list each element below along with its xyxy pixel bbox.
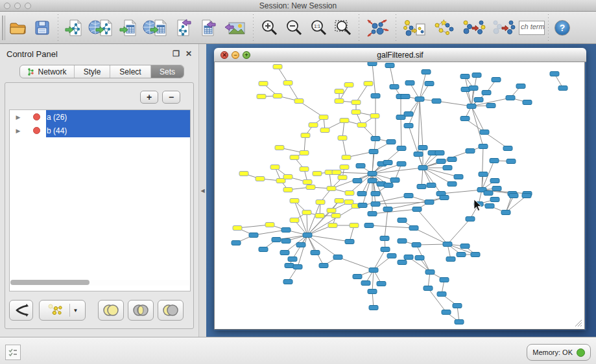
zoom-window-button[interactable] (25, 3, 31, 9)
graph-node[interactable] (454, 175, 463, 179)
graph-node[interactable] (353, 275, 362, 279)
graph-node[interactable] (440, 196, 449, 200)
graph-node-set-a[interactable] (364, 82, 373, 86)
graph-node[interactable] (368, 212, 377, 216)
graph-node[interactable] (436, 159, 446, 164)
zoom-one-to-one-button[interactable]: 1:1 (306, 14, 331, 41)
graph-node-set-a[interactable] (290, 155, 299, 160)
difference-sets-button[interactable] (158, 300, 184, 321)
graph-node-set-a[interactable] (352, 100, 361, 105)
graph-node[interactable] (446, 257, 455, 262)
graph-node-set-a[interactable] (257, 95, 266, 99)
graph-node-set-a[interactable] (335, 99, 344, 104)
extract-set-button[interactable]: ▼ (39, 300, 86, 321)
expand-triangle-icon[interactable]: ▶ (10, 114, 27, 120)
graph-edge[interactable] (441, 190, 482, 194)
graph-edge[interactable] (307, 235, 350, 242)
graph-edge[interactable] (337, 172, 372, 174)
graph-node[interactable] (523, 100, 532, 105)
graph-node[interactable] (293, 265, 302, 269)
graph-node[interactable] (460, 244, 470, 249)
graph-node[interactable] (371, 94, 380, 98)
set-row-b[interactable]: ▶ b (44) (10, 124, 190, 137)
frame-zoom-icon[interactable]: + (243, 51, 250, 59)
intersect-sets-button[interactable] (128, 300, 154, 321)
expand-triangle-icon[interactable]: ▶ (10, 128, 27, 134)
graph-node[interactable] (398, 239, 407, 244)
graph-node-set-a[interactable] (294, 99, 304, 104)
graph-node-set-a[interactable] (340, 119, 349, 123)
graph-node[interactable] (404, 112, 413, 117)
graph-node[interactable] (353, 179, 362, 183)
graph-node[interactable] (281, 239, 291, 244)
graph-edge[interactable] (338, 257, 374, 270)
graph-edge[interactable] (372, 270, 374, 291)
graph-node[interactable] (398, 218, 407, 223)
graph-node[interactable] (369, 150, 378, 154)
graph-node[interactable] (437, 292, 446, 297)
graph-edge[interactable] (420, 99, 423, 148)
graph-node-set-a[interactable] (332, 170, 341, 175)
graph-node[interactable] (453, 304, 462, 308)
graph-node[interactable] (409, 226, 418, 231)
network-canvas[interactable] (214, 62, 585, 330)
graph-node-set-a[interactable] (265, 223, 274, 227)
graph-edge[interactable] (298, 235, 307, 267)
split-sets-button[interactable] (9, 300, 33, 321)
graph-node[interactable] (405, 81, 414, 85)
help-button[interactable]: ? (554, 20, 570, 36)
graph-node-set-a[interactable] (320, 128, 329, 133)
frame-minimize-icon[interactable]: − (232, 51, 239, 59)
float-panel-icon[interactable]: ❐ (173, 49, 180, 58)
graph-node[interactable] (232, 241, 241, 245)
graph-node[interactable] (466, 217, 475, 222)
graph-node-set-a[interactable] (309, 123, 318, 128)
tab-style[interactable]: Style (75, 65, 110, 78)
graph-node[interactable] (443, 166, 452, 170)
close-window-button[interactable] (4, 3, 10, 9)
graph-edge[interactable] (372, 139, 375, 174)
graph-node[interactable] (485, 204, 494, 209)
graph-node[interactable] (443, 242, 452, 247)
graph-node-set-a[interactable] (340, 165, 349, 170)
graph-node-set-a[interactable] (283, 188, 292, 192)
graph-node[interactable] (440, 278, 449, 282)
close-panel-icon[interactable]: ✕ (185, 49, 192, 58)
horizontal-scrollbar[interactable] (10, 280, 189, 286)
graph-node[interactable] (427, 183, 436, 188)
graph-node[interactable] (357, 192, 366, 196)
graph-node-set-a[interactable] (342, 155, 351, 160)
graph-node[interactable] (281, 228, 291, 233)
collapse-panel-icon[interactable]: ◀ (200, 188, 204, 194)
graph-node[interactable] (425, 82, 434, 86)
frame-close-icon[interactable]: ✕ (221, 51, 228, 59)
graph-node-set-a[interactable] (338, 176, 347, 180)
graph-node[interactable] (384, 183, 393, 188)
graph-node[interactable] (415, 256, 424, 260)
graph-node[interactable] (501, 210, 510, 215)
graph-node-set-a[interactable] (302, 210, 311, 215)
graph-node[interactable] (404, 255, 413, 260)
graph-node[interactable] (435, 151, 444, 155)
graph-node-set-a[interactable] (350, 223, 359, 228)
graph-node[interactable] (423, 286, 433, 291)
graph-node-set-a[interactable] (256, 177, 265, 181)
resize-grip[interactable] (575, 320, 582, 326)
graph-node[interactable] (345, 240, 354, 244)
tab-select[interactable]: Select (110, 65, 151, 78)
graph-node[interactable] (369, 306, 378, 310)
graph-node[interactable] (457, 253, 466, 257)
graph-node-set-a[interactable] (301, 133, 310, 138)
graph-edge[interactable] (369, 225, 414, 228)
graph-node-set-a[interactable] (283, 81, 292, 85)
graph-node-set-a[interactable] (303, 180, 312, 185)
graph-node[interactable] (412, 207, 422, 212)
graph-node-set-a[interactable] (316, 200, 325, 205)
set-row-a[interactable]: ▶ a (26) (10, 110, 190, 124)
export-image-button[interactable] (220, 14, 250, 41)
graph-node-set-a[interactable] (335, 199, 344, 203)
graph-node[interactable] (369, 268, 378, 273)
zoom-in-button[interactable] (257, 14, 281, 41)
graph-node[interactable] (397, 146, 406, 151)
graph-node[interactable] (466, 149, 475, 154)
